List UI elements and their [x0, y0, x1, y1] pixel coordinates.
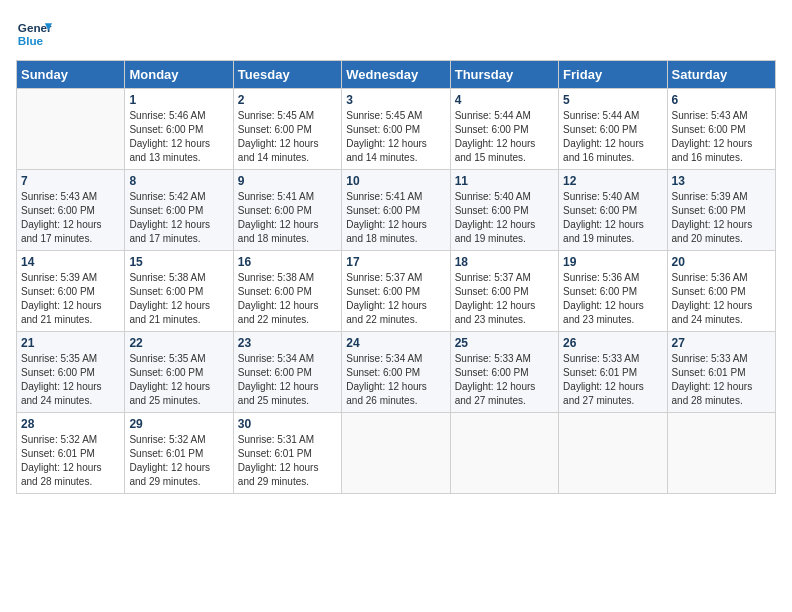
day-number: 26 — [563, 336, 662, 350]
day-number: 8 — [129, 174, 228, 188]
calendar-cell: 11Sunrise: 5:40 AM Sunset: 6:00 PM Dayli… — [450, 170, 558, 251]
day-info: Sunrise: 5:38 AM Sunset: 6:00 PM Dayligh… — [238, 271, 337, 327]
day-info: Sunrise: 5:45 AM Sunset: 6:00 PM Dayligh… — [346, 109, 445, 165]
calendar-cell: 6Sunrise: 5:43 AM Sunset: 6:00 PM Daylig… — [667, 89, 775, 170]
day-info: Sunrise: 5:41 AM Sunset: 6:00 PM Dayligh… — [346, 190, 445, 246]
day-number: 16 — [238, 255, 337, 269]
page-header: General Blue — [16, 16, 776, 52]
svg-text:General: General — [18, 21, 52, 34]
day-info: Sunrise: 5:40 AM Sunset: 6:00 PM Dayligh… — [563, 190, 662, 246]
day-number: 5 — [563, 93, 662, 107]
calendar-cell: 28Sunrise: 5:32 AM Sunset: 6:01 PM Dayli… — [17, 413, 125, 494]
calendar-cell — [559, 413, 667, 494]
calendar-week-5: 28Sunrise: 5:32 AM Sunset: 6:01 PM Dayli… — [17, 413, 776, 494]
day-number: 28 — [21, 417, 120, 431]
calendar-cell — [17, 89, 125, 170]
day-number: 14 — [21, 255, 120, 269]
logo: General Blue — [16, 16, 56, 52]
day-number: 10 — [346, 174, 445, 188]
calendar-cell: 13Sunrise: 5:39 AM Sunset: 6:00 PM Dayli… — [667, 170, 775, 251]
day-info: Sunrise: 5:40 AM Sunset: 6:00 PM Dayligh… — [455, 190, 554, 246]
day-number: 12 — [563, 174, 662, 188]
day-info: Sunrise: 5:35 AM Sunset: 6:00 PM Dayligh… — [129, 352, 228, 408]
calendar-cell: 26Sunrise: 5:33 AM Sunset: 6:01 PM Dayli… — [559, 332, 667, 413]
day-number: 25 — [455, 336, 554, 350]
header-day-friday: Friday — [559, 61, 667, 89]
day-number: 7 — [21, 174, 120, 188]
day-info: Sunrise: 5:36 AM Sunset: 6:00 PM Dayligh… — [672, 271, 771, 327]
day-info: Sunrise: 5:32 AM Sunset: 6:01 PM Dayligh… — [21, 433, 120, 489]
day-info: Sunrise: 5:43 AM Sunset: 6:00 PM Dayligh… — [21, 190, 120, 246]
calendar-cell — [667, 413, 775, 494]
calendar-cell: 23Sunrise: 5:34 AM Sunset: 6:00 PM Dayli… — [233, 332, 341, 413]
calendar-cell: 22Sunrise: 5:35 AM Sunset: 6:00 PM Dayli… — [125, 332, 233, 413]
calendar-table: SundayMondayTuesdayWednesdayThursdayFrid… — [16, 60, 776, 494]
calendar-week-2: 7Sunrise: 5:43 AM Sunset: 6:00 PM Daylig… — [17, 170, 776, 251]
day-info: Sunrise: 5:37 AM Sunset: 6:00 PM Dayligh… — [346, 271, 445, 327]
day-info: Sunrise: 5:38 AM Sunset: 6:00 PM Dayligh… — [129, 271, 228, 327]
calendar-cell: 10Sunrise: 5:41 AM Sunset: 6:00 PM Dayli… — [342, 170, 450, 251]
day-info: Sunrise: 5:36 AM Sunset: 6:00 PM Dayligh… — [563, 271, 662, 327]
day-number: 9 — [238, 174, 337, 188]
calendar-cell: 7Sunrise: 5:43 AM Sunset: 6:00 PM Daylig… — [17, 170, 125, 251]
calendar-cell: 16Sunrise: 5:38 AM Sunset: 6:00 PM Dayli… — [233, 251, 341, 332]
calendar-week-4: 21Sunrise: 5:35 AM Sunset: 6:00 PM Dayli… — [17, 332, 776, 413]
day-info: Sunrise: 5:39 AM Sunset: 6:00 PM Dayligh… — [21, 271, 120, 327]
day-info: Sunrise: 5:46 AM Sunset: 6:00 PM Dayligh… — [129, 109, 228, 165]
header-day-thursday: Thursday — [450, 61, 558, 89]
calendar-cell — [342, 413, 450, 494]
logo-icon: General Blue — [16, 16, 52, 52]
calendar-cell: 4Sunrise: 5:44 AM Sunset: 6:00 PM Daylig… — [450, 89, 558, 170]
calendar-cell: 3Sunrise: 5:45 AM Sunset: 6:00 PM Daylig… — [342, 89, 450, 170]
calendar-cell: 29Sunrise: 5:32 AM Sunset: 6:01 PM Dayli… — [125, 413, 233, 494]
header-day-saturday: Saturday — [667, 61, 775, 89]
header-day-monday: Monday — [125, 61, 233, 89]
calendar-cell: 2Sunrise: 5:45 AM Sunset: 6:00 PM Daylig… — [233, 89, 341, 170]
calendar-cell: 17Sunrise: 5:37 AM Sunset: 6:00 PM Dayli… — [342, 251, 450, 332]
day-info: Sunrise: 5:44 AM Sunset: 6:00 PM Dayligh… — [455, 109, 554, 165]
calendar-cell: 12Sunrise: 5:40 AM Sunset: 6:00 PM Dayli… — [559, 170, 667, 251]
day-number: 20 — [672, 255, 771, 269]
day-number: 23 — [238, 336, 337, 350]
calendar-cell: 21Sunrise: 5:35 AM Sunset: 6:00 PM Dayli… — [17, 332, 125, 413]
calendar-cell: 9Sunrise: 5:41 AM Sunset: 6:00 PM Daylig… — [233, 170, 341, 251]
calendar-cell: 24Sunrise: 5:34 AM Sunset: 6:00 PM Dayli… — [342, 332, 450, 413]
calendar-week-3: 14Sunrise: 5:39 AM Sunset: 6:00 PM Dayli… — [17, 251, 776, 332]
day-number: 15 — [129, 255, 228, 269]
day-number: 6 — [672, 93, 771, 107]
day-info: Sunrise: 5:42 AM Sunset: 6:00 PM Dayligh… — [129, 190, 228, 246]
calendar-cell: 18Sunrise: 5:37 AM Sunset: 6:00 PM Dayli… — [450, 251, 558, 332]
header-day-sunday: Sunday — [17, 61, 125, 89]
day-info: Sunrise: 5:33 AM Sunset: 6:01 PM Dayligh… — [672, 352, 771, 408]
calendar-cell: 1Sunrise: 5:46 AM Sunset: 6:00 PM Daylig… — [125, 89, 233, 170]
day-info: Sunrise: 5:45 AM Sunset: 6:00 PM Dayligh… — [238, 109, 337, 165]
day-info: Sunrise: 5:41 AM Sunset: 6:00 PM Dayligh… — [238, 190, 337, 246]
calendar-week-1: 1Sunrise: 5:46 AM Sunset: 6:00 PM Daylig… — [17, 89, 776, 170]
calendar-cell: 27Sunrise: 5:33 AM Sunset: 6:01 PM Dayli… — [667, 332, 775, 413]
calendar-cell: 5Sunrise: 5:44 AM Sunset: 6:00 PM Daylig… — [559, 89, 667, 170]
day-number: 29 — [129, 417, 228, 431]
calendar-cell: 8Sunrise: 5:42 AM Sunset: 6:00 PM Daylig… — [125, 170, 233, 251]
day-info: Sunrise: 5:39 AM Sunset: 6:00 PM Dayligh… — [672, 190, 771, 246]
header-day-wednesday: Wednesday — [342, 61, 450, 89]
calendar-cell: 30Sunrise: 5:31 AM Sunset: 6:01 PM Dayli… — [233, 413, 341, 494]
day-info: Sunrise: 5:34 AM Sunset: 6:00 PM Dayligh… — [238, 352, 337, 408]
calendar-cell: 15Sunrise: 5:38 AM Sunset: 6:00 PM Dayli… — [125, 251, 233, 332]
calendar-cell: 14Sunrise: 5:39 AM Sunset: 6:00 PM Dayli… — [17, 251, 125, 332]
calendar-cell: 25Sunrise: 5:33 AM Sunset: 6:00 PM Dayli… — [450, 332, 558, 413]
day-number: 21 — [21, 336, 120, 350]
day-info: Sunrise: 5:34 AM Sunset: 6:00 PM Dayligh… — [346, 352, 445, 408]
day-info: Sunrise: 5:33 AM Sunset: 6:01 PM Dayligh… — [563, 352, 662, 408]
day-info: Sunrise: 5:31 AM Sunset: 6:01 PM Dayligh… — [238, 433, 337, 489]
day-number: 18 — [455, 255, 554, 269]
day-number: 3 — [346, 93, 445, 107]
day-number: 2 — [238, 93, 337, 107]
day-info: Sunrise: 5:44 AM Sunset: 6:00 PM Dayligh… — [563, 109, 662, 165]
day-number: 4 — [455, 93, 554, 107]
header-day-tuesday: Tuesday — [233, 61, 341, 89]
calendar-body: 1Sunrise: 5:46 AM Sunset: 6:00 PM Daylig… — [17, 89, 776, 494]
day-number: 19 — [563, 255, 662, 269]
day-number: 17 — [346, 255, 445, 269]
day-number: 13 — [672, 174, 771, 188]
calendar-header-row: SundayMondayTuesdayWednesdayThursdayFrid… — [17, 61, 776, 89]
